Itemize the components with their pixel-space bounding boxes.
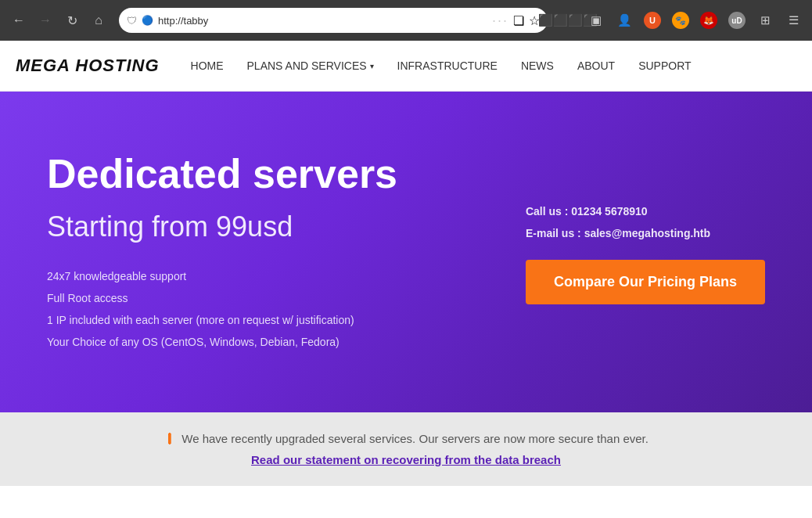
forward-button[interactable]: → bbox=[34, 9, 56, 31]
notification-bar: ⏽ We have recently upgraded several serv… bbox=[0, 412, 812, 486]
home-button[interactable]: ⌂ bbox=[88, 9, 110, 31]
nav-support[interactable]: SUPPORT bbox=[638, 59, 691, 72]
phone-number: 01234 5678910 bbox=[571, 205, 647, 218]
site-header: MEGA HOSTING HOME PLANS AND SERVICES ▾ I… bbox=[0, 41, 812, 92]
menu-button[interactable]: ☰ bbox=[782, 9, 804, 31]
url-text: http://tabby bbox=[158, 15, 487, 27]
addon1-button[interactable]: U bbox=[641, 9, 663, 31]
breach-link[interactable]: Read our statement on recovering from th… bbox=[251, 453, 561, 466]
addon4-icon: uD bbox=[728, 12, 746, 29]
nav-about[interactable]: ABOUT bbox=[577, 59, 615, 72]
site-logo: MEGA HOSTING bbox=[16, 56, 160, 76]
extensions-button[interactable]: ⊞ bbox=[754, 9, 776, 31]
email-address: sales@megahosting.htb bbox=[584, 227, 710, 239]
pocket-icon: ❏ bbox=[513, 13, 524, 28]
contact-info: Call us : 01234 5678910 E-mail us : sale… bbox=[526, 200, 710, 244]
favicon: 🔵 bbox=[142, 15, 153, 26]
feature-item: 24x7 knowledgeable support bbox=[47, 265, 479, 287]
addon1-icon: U bbox=[644, 12, 661, 29]
plans-dropdown-arrow: ▾ bbox=[370, 62, 374, 70]
hero-features-list: 24x7 knowledgeable support Full Root acc… bbox=[47, 265, 479, 353]
addon3-icon: 🦊 bbox=[700, 12, 717, 29]
bookmarks-button[interactable]: ⬛⬛⬛⬛ bbox=[557, 9, 579, 31]
account-button[interactable]: 👤 bbox=[613, 9, 635, 31]
hero-right: Call us : 01234 5678910 E-mail us : sale… bbox=[479, 200, 765, 304]
addon2-icon: 🐾 bbox=[672, 12, 689, 29]
reload-button[interactable]: ↻ bbox=[61, 9, 83, 31]
rss-icon: ⏽ bbox=[163, 432, 175, 445]
hero-left: Dedicated servers Starting from 99usd 24… bbox=[47, 151, 479, 353]
addon2-button[interactable]: 🐾 bbox=[670, 9, 692, 31]
nav-home[interactable]: HOME bbox=[191, 59, 224, 72]
tabs-button[interactable]: ▣ bbox=[585, 9, 607, 31]
hero-section: Dedicated servers Starting from 99usd 24… bbox=[0, 92, 812, 412]
shield-icon: 🛡 bbox=[127, 15, 137, 27]
more-options-icon: ··· bbox=[492, 13, 508, 29]
notification-message: ⏽ We have recently upgraded several serv… bbox=[16, 428, 796, 449]
call-label: Call us : bbox=[526, 205, 568, 218]
feature-item: Full Root access bbox=[47, 287, 479, 309]
nav-plans[interactable]: PLANS AND SERVICES ▾ bbox=[247, 59, 374, 72]
compare-pricing-button[interactable]: Compare Our Pricing Plans bbox=[526, 260, 765, 304]
addon3-button[interactable]: 🦊 bbox=[698, 9, 720, 31]
feature-item: 1 IP included with each server (more on … bbox=[47, 309, 479, 331]
nav-infrastructure[interactable]: INFRASTRUCTURE bbox=[397, 59, 498, 72]
main-nav: HOME PLANS AND SERVICES ▾ INFRASTRUCTURE… bbox=[191, 59, 796, 72]
browser-chrome: ← → ↻ ⌂ 🛡 🔵 http://tabby ··· ❏ ☆ ⬛⬛⬛⬛ ▣ … bbox=[0, 0, 812, 41]
feature-item: Your Choice of any OS (CentOS, Windows, … bbox=[47, 331, 479, 353]
back-button[interactable]: ← bbox=[8, 9, 30, 31]
addon4-button[interactable]: uD bbox=[726, 9, 748, 31]
address-bar[interactable]: 🛡 🔵 http://tabby ··· ❏ ☆ bbox=[119, 8, 548, 33]
browser-toolbar-right: ⬛⬛⬛⬛ ▣ 👤 U 🐾 🦊 uD ⊞ ☰ bbox=[557, 9, 804, 31]
hero-subtitle: Starting from 99usd bbox=[47, 210, 479, 243]
email-label: E-mail us : bbox=[526, 227, 581, 239]
nav-news[interactable]: NEWS bbox=[521, 59, 554, 72]
hero-title: Dedicated servers bbox=[47, 151, 479, 198]
